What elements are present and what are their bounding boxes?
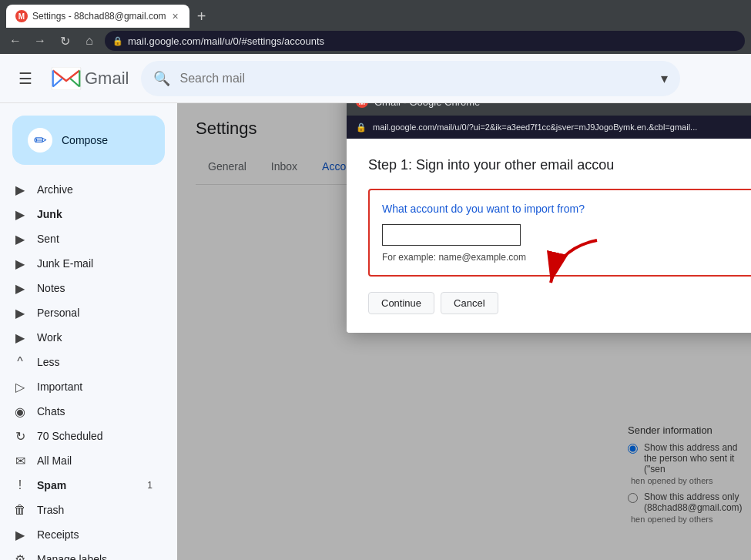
tab-title: Settings - 88chad88@gmail.com bbox=[32, 11, 166, 22]
modal-controls: − □ × bbox=[733, 103, 751, 109]
compose-label: Compose bbox=[62, 134, 108, 146]
sidebar-item-receipts[interactable]: ▶ Receipts bbox=[0, 522, 165, 547]
sidebar-item-notes[interactable]: ▶ Notes bbox=[0, 276, 165, 300]
hamburger-menu-button[interactable]: ☰ bbox=[12, 63, 39, 94]
sidebar-item-label: Chats bbox=[37, 405, 153, 417]
new-tab-button[interactable]: + bbox=[193, 8, 211, 25]
search-dropdown-icon[interactable]: ▾ bbox=[661, 70, 668, 87]
compose-button[interactable]: ✏ Compose bbox=[12, 116, 165, 165]
sidebar-item-junk[interactable]: ▶ Junk bbox=[0, 202, 165, 226]
cancel-button[interactable]: Cancel bbox=[441, 292, 498, 314]
search-input[interactable] bbox=[179, 72, 652, 86]
home-button[interactable]: ⌂ bbox=[80, 32, 99, 50]
tab-close-button[interactable]: × bbox=[171, 8, 180, 24]
main-content: Settings General Inbox Accounts and Impo… bbox=[177, 103, 751, 560]
import-email-input[interactable] bbox=[382, 224, 521, 246]
junk-email-icon: ▶ bbox=[12, 257, 28, 271]
sidebar-item-scheduled[interactable]: ↻ 70 Scheduled bbox=[0, 424, 165, 448]
sidebar-item-label: Junk E-mail bbox=[37, 257, 153, 270]
modal-lock-icon: 🔒 bbox=[356, 122, 367, 132]
modal-buttons: Continue Cancel bbox=[368, 292, 751, 314]
sidebar-item-less[interactable]: ^ Less bbox=[0, 350, 165, 374]
import-section: What account do you want to import from?… bbox=[368, 189, 751, 277]
sidebar-item-work[interactable]: ▶ Work bbox=[0, 325, 165, 350]
sidebar-item-manage-labels[interactable]: ⚙ Manage labels bbox=[0, 547, 165, 560]
sidebar-item-sent[interactable]: ▶ Sent bbox=[0, 226, 165, 251]
archive-icon: ▶ bbox=[12, 183, 28, 197]
receipts-icon: ▶ bbox=[12, 528, 28, 542]
chats-icon: ◉ bbox=[12, 404, 28, 419]
sidebar: ✏ Compose ▶ Archive ▶ Junk ▶ Sent ▶ Junk… bbox=[0, 103, 177, 560]
sidebar-item-label: 70 Scheduled bbox=[37, 430, 153, 442]
gmail-header: ☰ Gmail 🔍 ▾ bbox=[0, 54, 751, 103]
all-mail-icon: ✉ bbox=[12, 454, 28, 468]
less-icon: ^ bbox=[12, 355, 28, 369]
sidebar-item-chats[interactable]: ◉ Chats bbox=[0, 399, 165, 424]
sidebar-item-junk-email[interactable]: ▶ Junk E-mail bbox=[0, 251, 165, 276]
import-question: What account do you want to import from? bbox=[382, 203, 751, 215]
sidebar-item-label: Junk bbox=[37, 208, 153, 220]
modal-favicon: M bbox=[356, 103, 368, 108]
sidebar-item-label: Spam bbox=[37, 479, 138, 491]
gmail-logo: Gmail bbox=[51, 67, 129, 90]
scheduled-icon: ↻ bbox=[12, 429, 28, 444]
notes-icon: ▶ bbox=[12, 281, 28, 296]
sidebar-item-label: Receipts bbox=[37, 528, 153, 541]
junk-icon: ▶ bbox=[12, 207, 28, 222]
url-box[interactable]: 🔒 mail.google.com/mail/u/0/#settings/acc… bbox=[105, 31, 745, 51]
important-icon: ▷ bbox=[12, 380, 28, 394]
continue-button[interactable]: Continue bbox=[368, 292, 434, 314]
forward-button[interactable]: → bbox=[31, 32, 49, 50]
modal-content: Step 1: Sign into your other email accou… bbox=[347, 139, 751, 333]
sidebar-item-label: All Mail bbox=[37, 454, 153, 467]
personal-icon: ▶ bbox=[12, 306, 28, 320]
sidebar-item-label: Less bbox=[37, 356, 153, 368]
sidebar-item-label: Notes bbox=[37, 282, 153, 294]
step-title: Step 1: Sign into your other email accou bbox=[368, 157, 751, 173]
sidebar-item-label: Manage labels bbox=[37, 553, 153, 560]
trash-icon: 🗑 bbox=[12, 503, 28, 517]
gmail-body: ✏ Compose ▶ Archive ▶ Junk ▶ Sent ▶ Junk… bbox=[0, 103, 751, 560]
browser-chrome: M Settings - 88chad88@gmail.com × + ← → … bbox=[0, 0, 751, 54]
modal-dialog: M Gmail - Google Chrome − □ × 🔒 mail.goo… bbox=[347, 103, 751, 333]
address-bar: ← → ↻ ⌂ 🔒 mail.google.com/mail/u/0/#sett… bbox=[0, 28, 751, 54]
sidebar-item-archive[interactable]: ▶ Archive bbox=[0, 177, 165, 202]
browser-tab[interactable]: M Settings - 88chad88@gmail.com × bbox=[6, 5, 189, 28]
import-example: For example: name@example.com bbox=[382, 252, 751, 263]
sidebar-item-label: Important bbox=[37, 381, 153, 393]
gmail-logo-text: Gmail bbox=[85, 69, 129, 89]
sidebar-item-label: Personal bbox=[37, 307, 153, 319]
modal-titlebar: M Gmail - Google Chrome − □ × bbox=[347, 103, 751, 116]
spam-count: 1 bbox=[147, 480, 153, 491]
sidebar-item-personal[interactable]: ▶ Personal bbox=[0, 300, 165, 325]
work-icon: ▶ bbox=[12, 330, 28, 345]
search-bar[interactable]: 🔍 ▾ bbox=[141, 61, 680, 96]
back-button[interactable]: ← bbox=[6, 32, 25, 50]
search-icon: 🔍 bbox=[153, 70, 170, 87]
sidebar-item-spam[interactable]: ! Spam 1 bbox=[0, 473, 165, 498]
sidebar-item-trash[interactable]: 🗑 Trash bbox=[0, 498, 165, 522]
sidebar-item-label: Work bbox=[37, 331, 153, 344]
modal-minimize-button[interactable]: − bbox=[733, 103, 749, 109]
modal-title-text: Gmail - Google Chrome bbox=[374, 103, 727, 108]
sidebar-item-label: Archive bbox=[37, 183, 153, 196]
sidebar-item-label: Trash bbox=[37, 504, 153, 516]
modal-url: mail.google.com/mail/u/0/?ui=2&ik=a3eed7… bbox=[373, 122, 697, 132]
gmail-m-icon bbox=[51, 67, 82, 90]
sidebar-item-important[interactable]: ▷ Important bbox=[0, 374, 165, 399]
compose-icon: ✏ bbox=[28, 128, 52, 153]
sent-icon: ▶ bbox=[12, 232, 28, 246]
gmail-container: ☰ Gmail 🔍 ▾ ✏ Compose bbox=[0, 54, 751, 560]
lock-icon: 🔒 bbox=[112, 36, 123, 46]
spam-icon: ! bbox=[12, 478, 28, 492]
reload-button[interactable]: ↻ bbox=[55, 32, 74, 50]
modal-address-bar: 🔒 mail.google.com/mail/u/0/?ui=2&ik=a3ee… bbox=[347, 116, 751, 139]
manage-labels-icon: ⚙ bbox=[12, 552, 28, 561]
tab-bar: M Settings - 88chad88@gmail.com × + bbox=[0, 0, 751, 28]
sidebar-item-label: Sent bbox=[37, 233, 153, 245]
sidebar-item-all-mail[interactable]: ✉ All Mail bbox=[0, 448, 165, 473]
tab-favicon: M bbox=[15, 10, 28, 22]
svg-rect-0 bbox=[52, 67, 81, 90]
url-text: mail.google.com/mail/u/0/#settings/accou… bbox=[128, 35, 324, 47]
